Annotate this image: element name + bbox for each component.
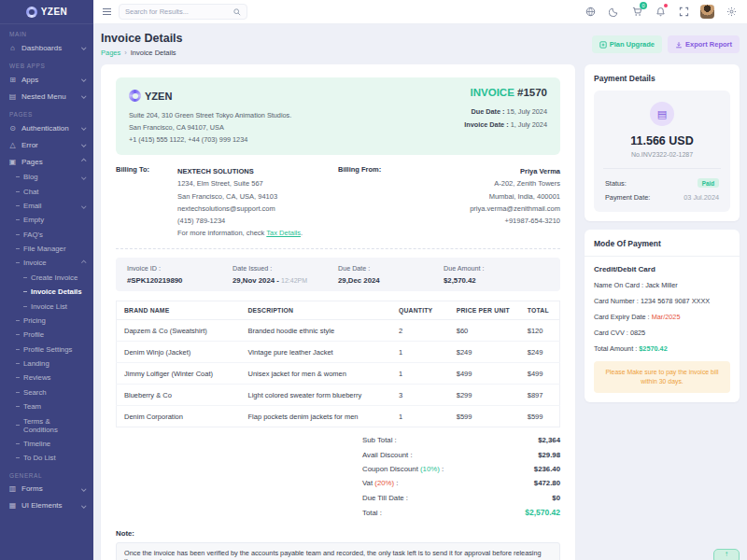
settings-gear-icon[interactable]: [725, 6, 738, 19]
dash-icon: [16, 262, 20, 263]
company-address-line1: Suite 204, 310 Green Street Tokyo Animat…: [129, 110, 291, 122]
dash-icon: [16, 392, 20, 393]
company-swirl-icon: [129, 90, 141, 102]
sidebar-item-dashboards[interactable]: ⌂ Dashboards: [0, 39, 93, 56]
subtotal-row: Sub Total :$2,364: [362, 433, 560, 447]
sidebar-item-authentication[interactable]: ⊙ Authentication: [0, 119, 93, 136]
vat-row: Vat (20%) :$472.80: [362, 476, 560, 490]
sidebar-item-nested-menu[interactable]: ▤ Nested Menu: [0, 88, 93, 105]
sidebar-item-profile[interactable]: Profile: [0, 328, 93, 342]
sidebar-item-forms[interactable]: ▥ Forms: [0, 481, 93, 497]
col-description: DESCRIPTION: [241, 301, 392, 320]
invoice-number: INVOICE #1570: [464, 87, 547, 98]
search-input[interactable]: [125, 7, 230, 16]
sidebar-item-reviews[interactable]: Reviews: [0, 371, 93, 385]
dash-icon: [16, 349, 20, 350]
sidebar-item-pricing[interactable]: Pricing: [0, 314, 93, 328]
invoice-items-table: BRAND NAME DESCRIPTION QUANTITY PRICE PE…: [116, 301, 560, 427]
sidebar-item-invoice-details[interactable]: Invoice Details: [0, 285, 93, 299]
company-address-line2: San Francisco, CA 94107, USA: [129, 122, 291, 134]
form-icon: ▥: [8, 484, 17, 493]
sidebar-item-todo-list[interactable]: To Do List: [0, 451, 93, 465]
chevron-down-icon: [81, 203, 86, 208]
sidebar-item-ui-elements[interactable]: ▦ UI Elements: [0, 497, 93, 514]
export-report-button[interactable]: Export Report: [668, 35, 740, 53]
table-row: Dapzem & Co (Sweatshirt)Branded hoodie e…: [117, 320, 560, 342]
brand-name: YZEN: [41, 7, 68, 17]
sidebar-item-blog[interactable]: Blog: [0, 170, 93, 184]
sidebar-item-apps[interactable]: ⊞ Apps: [0, 71, 93, 88]
sidebar-item-search[interactable]: Search: [0, 385, 93, 399]
card-name-row: Name On Card : Jack Miller: [594, 281, 730, 289]
breadcrumb: Pages › Invoice Details: [101, 49, 183, 57]
billing-from-phone: +91987-654-3210: [400, 215, 560, 227]
payment-summary-box: ▤ 11.566 USD No.INV2322-02-1287 Status: …: [594, 91, 730, 212]
sidebar-item-landing[interactable]: Landing: [0, 357, 93, 371]
col-price-per-unit: PRICE PER UNIT: [449, 301, 520, 320]
sidebar-item-team[interactable]: Team: [0, 399, 93, 413]
brand-logo[interactable]: YZEN: [0, 0, 93, 24]
sidebar-item-error[interactable]: △ Error: [0, 136, 93, 153]
receipt-icon: ▤: [650, 102, 674, 126]
breadcrumb-pages-link[interactable]: Pages: [101, 49, 120, 57]
chevron-up-icon: [81, 160, 86, 164]
col-brand-name: BRAND NAME: [117, 301, 241, 320]
billing-from-label: Billing From:: [338, 165, 400, 239]
sidebar-item-timeline[interactable]: Timeline: [0, 437, 93, 451]
payment-date-row: Payment Date: 03 Jul.2024: [603, 190, 721, 204]
sidebar-item-terms[interactable]: Terms & Conditions: [0, 413, 93, 436]
chevron-down-icon: [81, 503, 86, 508]
billing-from-block: Priya Verma A-202, Zenith Towers Mumbai,…: [400, 165, 560, 239]
payment-details-title: Payment Details: [594, 74, 730, 83]
sidebar-item-empty[interactable]: Empty: [0, 213, 93, 227]
page-icon: ▣: [8, 158, 17, 166]
sidebar-item-chat[interactable]: Chat: [0, 184, 93, 198]
sidebar-item-file-manager[interactable]: File Manager: [0, 242, 93, 256]
chevron-down-icon: [81, 486, 86, 491]
meta-due-date: Due Date : 29,Dec 2024: [338, 264, 444, 285]
user-avatar[interactable]: [700, 5, 714, 19]
table-row: Denim CorporationFlap pockets denim jack…: [117, 406, 560, 427]
search-icon[interactable]: [233, 8, 241, 16]
billing-from-email: priya.verma@zenithmail.com: [400, 203, 560, 215]
sidebar-item-faqs[interactable]: FAQ's: [0, 228, 93, 242]
mode-of-payment-title: Mode Of Payment: [594, 239, 730, 248]
sidebar-item-email[interactable]: Email: [0, 199, 93, 213]
tax-details-link[interactable]: Tax Details: [266, 229, 301, 237]
meta-invoice-id: Invoice ID : #SPK120219890: [127, 264, 233, 285]
dark-mode-moon-icon[interactable]: [607, 6, 620, 19]
note-label: Note:: [116, 529, 560, 538]
invoice-date: Invoice Date : 1, July 2024: [464, 119, 547, 132]
language-flag-icon[interactable]: [584, 6, 597, 19]
payment-amount: 11.566 USD: [603, 134, 721, 147]
chevron-down-icon: [81, 143, 86, 147]
cart-icon[interactable]: 0: [630, 6, 643, 19]
meta-due-amount: Due Amount : $2,570.42: [444, 264, 549, 285]
sidebar-item-invoice-list[interactable]: Invoice List: [0, 299, 93, 313]
dash-icon: [16, 377, 20, 378]
chevron-down-icon: [81, 46, 86, 50]
fullscreen-icon[interactable]: [677, 6, 690, 19]
total-row: Total :$2,570.42: [362, 505, 560, 520]
breadcrumb-separator: ›: [124, 49, 127, 57]
sidebar-item-invoice[interactable]: Invoice: [0, 256, 93, 270]
payment-reference: No.INV2322-02-1287: [603, 151, 721, 158]
plan-upgrade-button[interactable]: Plan Upgrade: [592, 35, 662, 53]
sidebar-item-profile-settings[interactable]: Profile Settings: [0, 343, 93, 357]
sidebar-item-pages[interactable]: ▣ Pages: [0, 153, 93, 170]
billing-from-line2: Mumbai, India, 400001: [400, 190, 560, 203]
col-quantity: QUANTITY: [391, 301, 449, 320]
note-textarea[interactable]: Once the invoice has been verified by th…: [116, 542, 560, 560]
cart-badge: 0: [640, 2, 647, 9]
notifications-bell-icon[interactable]: [654, 6, 667, 19]
due-till-date-row: Due Till Date :$0: [362, 491, 560, 505]
dash-icon: [16, 406, 20, 407]
grid-icon: ⊞: [8, 76, 17, 84]
shield-icon: ⊙: [8, 124, 17, 133]
billing-to-block: NEXTECH SOLUTIONS 1234, Elm Street, Suit…: [177, 165, 303, 239]
scroll-top-button[interactable]: ↑: [713, 549, 740, 560]
meta-date-issued: Date Issued : 29,Nov 2024 - 12:42PM: [233, 264, 338, 285]
dash-icon: [16, 457, 20, 458]
sidebar-item-create-invoice[interactable]: Create Invoice: [0, 271, 93, 285]
menu-toggle-icon[interactable]: [103, 8, 111, 16]
